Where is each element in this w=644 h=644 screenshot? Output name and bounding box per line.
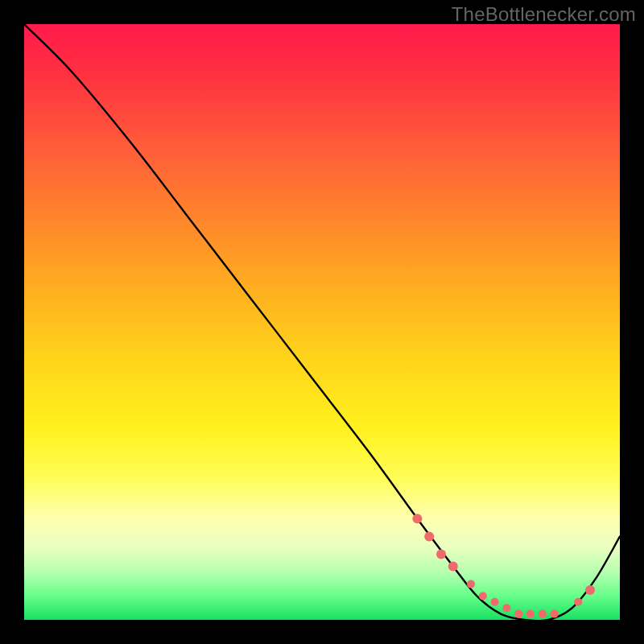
marker-dot <box>574 598 582 606</box>
marker-dot <box>514 610 522 618</box>
marker-dot <box>467 580 475 588</box>
marker-dot <box>585 585 595 595</box>
marker-dot <box>491 598 499 606</box>
marker-dot <box>526 610 535 618</box>
marker-dot <box>551 610 559 618</box>
marker-dot <box>436 550 446 559</box>
watermark-text: TheBottlenecker.com <box>452 3 636 26</box>
marker-dot <box>412 514 422 523</box>
chart-frame: TheBottlenecker.com <box>0 0 644 644</box>
marker-dot <box>448 561 458 571</box>
marker-dot <box>502 604 510 612</box>
plot-area <box>24 24 620 620</box>
chart-svg <box>24 24 620 620</box>
marker-group <box>412 514 595 617</box>
marker-dot <box>424 531 434 541</box>
bottleneck-curve <box>24 24 620 620</box>
marker-dot <box>479 592 487 600</box>
marker-dot <box>539 610 547 618</box>
